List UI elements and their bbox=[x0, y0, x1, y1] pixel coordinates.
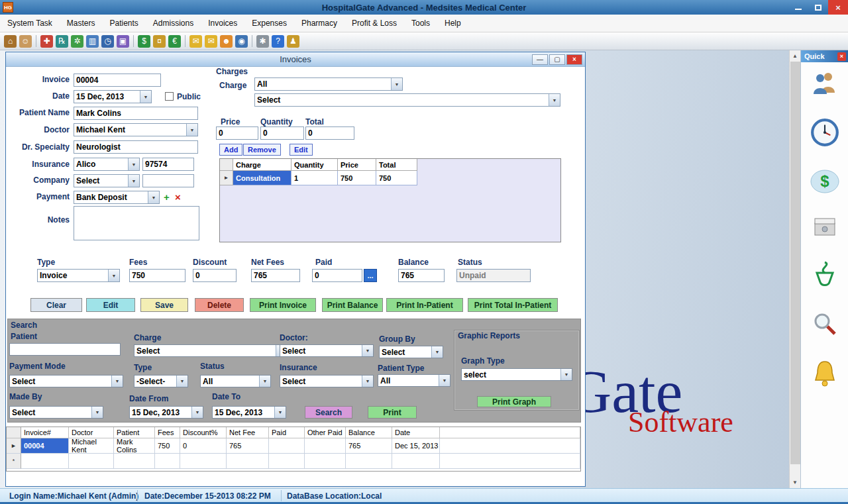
col-invoice-number[interactable]: Invoice# bbox=[21, 427, 69, 438]
pharmacy-icon[interactable] bbox=[812, 260, 838, 293]
charges-grid-row[interactable]: ► Consultation 1 750 750 bbox=[220, 171, 560, 185]
remove-payment-icon[interactable]: × bbox=[175, 192, 181, 202]
chevron-down-icon[interactable]: ▼ bbox=[362, 345, 373, 356]
hospital-icon[interactable]: ⌂ bbox=[4, 35, 17, 48]
edit-button[interactable]: Edit bbox=[86, 298, 135, 312]
paid-field[interactable]: 0 bbox=[312, 269, 362, 282]
chevron-down-icon[interactable]: ▼ bbox=[560, 369, 572, 380]
add-charge-button[interactable]: Add bbox=[219, 144, 242, 156]
menu-help[interactable]: Help bbox=[437, 15, 468, 31]
lab-icon[interactable]: ✲ bbox=[71, 35, 83, 48]
menu-profit-loss[interactable]: Profit & Loss bbox=[344, 15, 404, 31]
child-restore-button[interactable]: ▢ bbox=[549, 54, 565, 65]
chevron-down-icon[interactable]: ▼ bbox=[176, 376, 187, 387]
quantity-field[interactable]: 0 bbox=[260, 126, 304, 140]
date-picker[interactable]: 15 Dec, 2013 ▼ bbox=[74, 90, 152, 103]
schedule-icon[interactable]: ◷ bbox=[101, 35, 114, 48]
add-patient-icon[interactable]: ☺ bbox=[19, 35, 32, 48]
invoice-number-field[interactable]: 00004 bbox=[74, 74, 161, 87]
user-icon[interactable]: ♟ bbox=[287, 35, 299, 48]
save-button[interactable]: Save bbox=[140, 298, 188, 312]
charge-select-combo[interactable]: Select ▼ bbox=[254, 93, 560, 107]
archive-icon[interactable] bbox=[812, 215, 838, 242]
netfees-field[interactable]: 765 bbox=[251, 269, 300, 282]
company-combo[interactable]: Select ▼ bbox=[74, 174, 140, 187]
results-grid-row[interactable]: ► 00004 Michael Kent Mark Colins 750 0 7… bbox=[7, 438, 580, 454]
chat-icon[interactable]: ✉ bbox=[205, 35, 217, 48]
close-button[interactable]: × bbox=[828, 0, 848, 15]
specialty-field[interactable]: Neurologist bbox=[74, 140, 198, 154]
row-selector[interactable]: ► bbox=[220, 171, 233, 185]
message-icon[interactable]: ✉ bbox=[189, 35, 202, 48]
child-close-button[interactable]: × bbox=[566, 54, 582, 65]
patient-name-field[interactable]: Mark Colins bbox=[74, 107, 198, 120]
cash-icon[interactable]: ¤ bbox=[153, 35, 166, 48]
col-other-paid[interactable]: Other Paid bbox=[305, 427, 346, 438]
mdi-scrollbar[interactable]: ▲ ▼ bbox=[789, 50, 800, 488]
search-status-combo[interactable]: All ▼ bbox=[200, 375, 271, 387]
chevron-down-icon[interactable]: ▼ bbox=[259, 376, 270, 387]
search-button[interactable]: Search bbox=[305, 406, 352, 419]
col-discount[interactable]: Discount% bbox=[180, 427, 227, 438]
search-charge-combo[interactable]: Select ▼ bbox=[134, 344, 288, 357]
chevron-down-icon[interactable]: ▼ bbox=[148, 191, 159, 203]
col-balance[interactable]: Balance bbox=[346, 427, 392, 438]
staff-icon[interactable] bbox=[810, 70, 839, 99]
chevron-down-icon[interactable]: ▼ bbox=[128, 158, 139, 170]
paid-more-button[interactable]: ... bbox=[364, 269, 377, 282]
search-patient-input[interactable] bbox=[9, 343, 121, 356]
notes-field[interactable] bbox=[74, 206, 199, 240]
col-fees[interactable]: Fees bbox=[155, 427, 180, 438]
public-checkbox[interactable] bbox=[165, 92, 174, 101]
menu-tools[interactable]: Tools bbox=[404, 15, 437, 31]
clear-button[interactable]: Clear bbox=[30, 298, 82, 312]
chevron-down-icon[interactable]: ▼ bbox=[274, 407, 286, 418]
quick-close-icon[interactable]: × bbox=[837, 52, 846, 61]
company-number-field[interactable] bbox=[142, 174, 194, 187]
discount-field[interactable]: 0 bbox=[193, 269, 237, 282]
scrollbar-thumb[interactable] bbox=[790, 62, 800, 464]
balance-field[interactable]: 765 bbox=[398, 269, 445, 282]
doctor-combo[interactable]: Michael Kent ▼ bbox=[74, 123, 198, 136]
insurance-combo[interactable]: Alico ▼ bbox=[74, 158, 140, 171]
menu-expenses[interactable]: Expenses bbox=[244, 15, 294, 31]
chevron-down-icon[interactable]: ▼ bbox=[186, 124, 197, 136]
alerts-icon[interactable] bbox=[812, 359, 838, 392]
col-charge[interactable]: Charge bbox=[233, 159, 292, 171]
col-paid[interactable]: Paid bbox=[269, 427, 305, 438]
price-field[interactable]: 0 bbox=[216, 126, 258, 140]
print-inpatient-button[interactable]: Print In-Patient bbox=[386, 298, 463, 312]
col-patient[interactable]: Patient bbox=[114, 427, 155, 438]
made-by-combo[interactable]: Select ▼ bbox=[9, 406, 103, 419]
minimize-button[interactable] bbox=[788, 0, 808, 15]
search-groupby-combo[interactable]: Select ▼ bbox=[379, 346, 443, 358]
payment-mode-combo[interactable]: Select ▼ bbox=[9, 375, 123, 387]
insurance-number-field[interactable]: 97574 bbox=[142, 158, 194, 171]
chevron-down-icon[interactable]: ▼ bbox=[439, 375, 450, 386]
chevron-down-icon[interactable]: ▼ bbox=[128, 175, 139, 187]
billing-icon[interactable]: $ bbox=[810, 168, 840, 197]
chevron-down-icon[interactable]: ▼ bbox=[108, 270, 119, 281]
col-total[interactable]: Total bbox=[376, 159, 417, 171]
smiley-icon[interactable]: ☻ bbox=[220, 35, 233, 48]
print-graph-button[interactable]: Print Graph bbox=[477, 396, 551, 407]
prescription-icon[interactable]: ℞ bbox=[56, 35, 68, 48]
date-to-picker[interactable]: 15 Dec, 2013 ▼ bbox=[212, 406, 286, 419]
help-icon[interactable]: ? bbox=[272, 35, 284, 48]
tools-icon[interactable]: ✱ bbox=[256, 35, 269, 48]
col-net-fee[interactable]: Net Fee bbox=[227, 427, 269, 438]
reports-icon[interactable]: ▥ bbox=[86, 35, 99, 48]
search-insurance-combo[interactable]: Select ▼ bbox=[280, 375, 374, 387]
search-doctor-combo[interactable]: Select ▼ bbox=[280, 344, 374, 357]
chevron-down-icon[interactable]: ▼ bbox=[391, 78, 402, 90]
col-price[interactable]: Price bbox=[338, 159, 376, 171]
charge-filter-combo[interactable]: All ▼ bbox=[254, 77, 403, 91]
chevron-down-icon[interactable]: ▼ bbox=[549, 94, 560, 106]
print-button[interactable]: Print bbox=[368, 406, 417, 419]
col-quantity[interactable]: Quantity bbox=[292, 159, 338, 171]
col-date[interactable]: Date bbox=[392, 427, 440, 438]
fees-field[interactable]: 750 bbox=[129, 269, 186, 282]
results-grid-new-row[interactable]: * bbox=[7, 454, 580, 469]
scroll-up-icon[interactable]: ▲ bbox=[790, 50, 800, 62]
maximize-button[interactable] bbox=[808, 0, 828, 15]
